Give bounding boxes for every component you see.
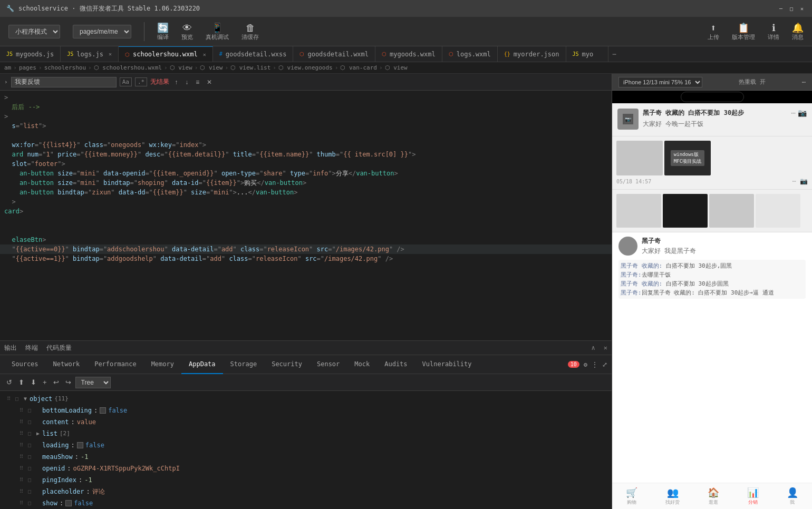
device-select[interactable]: iPhone 12/13 mini 75% 16 — [618, 77, 702, 87]
tree-row-bottomLoading[interactable]: ⠿ □ bottomLoading : false — [0, 405, 612, 416]
tree-row-pingIndex[interactable]: ⠿ □ pingIndex : -1 — [0, 474, 612, 486]
find-down-button[interactable]: ↓ — [183, 77, 190, 87]
view-mode-select[interactable]: Tree JSON — [75, 377, 111, 388]
tree-root-row[interactable]: ⠿ □ ▼ object {11} — [0, 393, 612, 405]
maximize-button[interactable]: □ — [788, 5, 795, 12]
output-tab[interactable]: 输出 — [4, 344, 17, 353]
terminal-tab[interactable]: 终端 — [25, 344, 38, 353]
tab-audits[interactable]: Audits — [377, 355, 414, 374]
nav-label-me: 我 — [790, 499, 795, 506]
devtools-right-controls: 10 ⚙ ⋮ ⤢ — [568, 361, 607, 368]
panel-close-button[interactable]: ✕ — [604, 344, 607, 351]
regex-button[interactable]: .* — [135, 77, 147, 86]
expand-up-button[interactable]: ⬆ — [16, 377, 26, 387]
find-bar: › Aa .* 无结果 ↑ ↓ ≡ ✕ — [0, 74, 612, 91]
drag-handle: ⠿ — [17, 474, 25, 486]
aa-button[interactable]: Aa — [120, 77, 132, 86]
preview-header: iPhone 12/13 mini 75% 16 热重载 开 ⋯ — [612, 74, 812, 91]
tab-vulnerability[interactable]: Vulnerability — [415, 355, 479, 374]
real-machine-button[interactable]: 📱 真机调试 — [206, 22, 229, 41]
tree-row-meauShow[interactable]: ⠿ □ meauShow : -1 — [0, 451, 612, 463]
tree-row-list[interactable]: ⠿ □ ▶ list [2] — [0, 428, 612, 439]
compile-button[interactable]: 🔄 编译 — [157, 22, 169, 41]
tree-row-loading[interactable]: ⠿ □ loading : false — [0, 439, 612, 451]
code-content[interactable]: > 后后 --> > s="list"> wx:for="{{list4}}" … — [0, 91, 612, 340]
tab-myo[interactable]: JS myo — [566, 46, 608, 62]
settings-icon[interactable]: ⚙ — [584, 361, 587, 368]
tree-row-content[interactable]: ⠿ □ content : value — [0, 416, 612, 428]
tab-appdata[interactable]: AppData — [181, 355, 223, 374]
tab-mygoods-wxml[interactable]: ⬡ mygoods.wxml — [375, 46, 442, 62]
tab-sources[interactable]: Sources — [4, 355, 46, 374]
find-close-button[interactable]: ✕ — [205, 77, 214, 87]
clear-cache-button[interactable]: 🗑 清缓存 — [241, 22, 259, 41]
nav-item-find[interactable]: 👥 找好货 — [665, 487, 680, 506]
close-button[interactable]: ✕ — [798, 5, 806, 12]
find-more-button[interactable]: ≡ — [194, 77, 201, 87]
tab-mock[interactable]: Mock — [347, 355, 377, 374]
nav-item-browse[interactable]: 🏠 逛逛 — [708, 487, 719, 506]
redo-button[interactable]: ↪ — [63, 377, 73, 387]
me-icon: 👤 — [787, 487, 798, 498]
nav-item-shop[interactable]: 🛒 购物 — [626, 487, 637, 506]
upload-button[interactable]: ⬆ 上传 — [708, 22, 719, 41]
camera-icon[interactable]: 📷 — [798, 109, 807, 117]
mode-select[interactable]: 小程序模式 — [8, 25, 60, 38]
more-tabs-button[interactable]: ⋯ — [608, 51, 621, 58]
tab-network[interactable]: Network — [46, 355, 88, 374]
code-line: slot="footer"> — [0, 159, 612, 169]
expand-down-button[interactable]: ⬇ — [28, 377, 38, 387]
appdata-tree[interactable]: ⠿ □ ▼ object {11} ⠿ □ bottomLoading : fa… — [0, 391, 612, 509]
tab-performance[interactable]: Performance — [87, 355, 143, 374]
find-up-button[interactable]: ↑ — [172, 77, 180, 87]
tab-memory[interactable]: Memory — [144, 355, 181, 374]
detail-button[interactable]: ℹ 详情 — [768, 22, 779, 41]
tab-goodsdetail-wxss[interactable]: # goodsdetail.wxss — [213, 46, 294, 62]
checkbox-false[interactable] — [77, 442, 83, 448]
add-node-button[interactable]: + — [41, 377, 49, 387]
tab-security[interactable]: Security — [264, 355, 310, 374]
minimize-button[interactable]: ─ — [777, 5, 785, 12]
message-button[interactable]: 🔔 消息 — [792, 22, 804, 41]
list-expand-icon[interactable]: ▶ — [34, 428, 42, 439]
row-icon: □ — [25, 463, 34, 474]
tab-logs-js[interactable]: JS logs.js ✕ — [61, 46, 119, 62]
drag-handle: ⠿ — [17, 497, 25, 509]
more-options-icon[interactable]: ⋮ — [592, 361, 598, 368]
tree-row-show[interactable]: ⠿ □ show : false — [0, 497, 612, 509]
refresh-button[interactable]: ↺ — [4, 377, 14, 387]
source-code-tab[interactable]: 代码质量 — [46, 344, 72, 353]
expand-icon[interactable]: ▼ — [21, 393, 30, 405]
tab-myorder-json[interactable]: {} myorder.json — [498, 46, 566, 62]
commenter-text: 大家好 我是黑子奇 — [642, 247, 696, 256]
page-select[interactable]: pages/me/me — [73, 25, 131, 38]
more-icon[interactable]: ⋯ — [791, 109, 796, 117]
version-button[interactable]: 📋 版本管理 — [732, 22, 755, 41]
checkbox-false[interactable] — [100, 407, 106, 414]
tab-goodsdetail-wxml[interactable]: ⬡ goodsdetail.wxml — [293, 46, 375, 62]
post-2-more[interactable]: ⋯ 📷 — [792, 178, 808, 185]
checkbox-false[interactable] — [65, 500, 72, 506]
tab-storage[interactable]: Storage — [223, 355, 265, 374]
comment-body: 黑子奇 大家好 我是黑子奇 — [642, 237, 696, 256]
nav-item-me[interactable]: 👤 我 — [787, 487, 798, 506]
preview-more-icon[interactable]: ⋯ — [802, 79, 806, 86]
dock-icon[interactable]: ⤢ — [602, 361, 607, 368]
nav-label-distribution: 分销 — [748, 499, 758, 506]
find-input[interactable] — [11, 77, 117, 87]
tree-row-openid[interactable]: ⠿ □ openid : oGZRP4-X1RTSppuPyk2Wk_cChtp… — [0, 463, 612, 474]
code-line: > — [0, 112, 612, 121]
tab-logs-wxml[interactable]: ⬡ logs.wxml — [442, 46, 498, 62]
undo-button[interactable]: ↩ — [51, 377, 61, 387]
preview-button[interactable]: 👁 预览 — [181, 22, 193, 41]
tab-sensor[interactable]: Sensor — [310, 355, 347, 374]
wechat-feed[interactable]: 📷 黑子奇 收藏的 白搭不要加 30起步 大家好 今晚一起干饭 ⋯ 📷 — [612, 103, 812, 483]
comment-reply-2: 黑子奇:去哪里干饭 — [621, 271, 804, 279]
drag-handle: ⠿ — [4, 393, 13, 405]
tab-schoolershou-wxml[interactable]: ⬡ schoolershou.wxml ✕ — [119, 46, 213, 62]
nav-item-distribution[interactable]: 📊 分销 — [747, 487, 759, 506]
panel-expand-button[interactable]: ∧ — [592, 344, 595, 351]
tab-mygoods-js[interactable]: JS mygoods.js — [0, 46, 61, 62]
tree-row-placeholder[interactable]: ⠿ □ placeholder : 评论 — [0, 486, 612, 497]
hot-reload-label[interactable]: 热重载 开 — [739, 78, 766, 86]
